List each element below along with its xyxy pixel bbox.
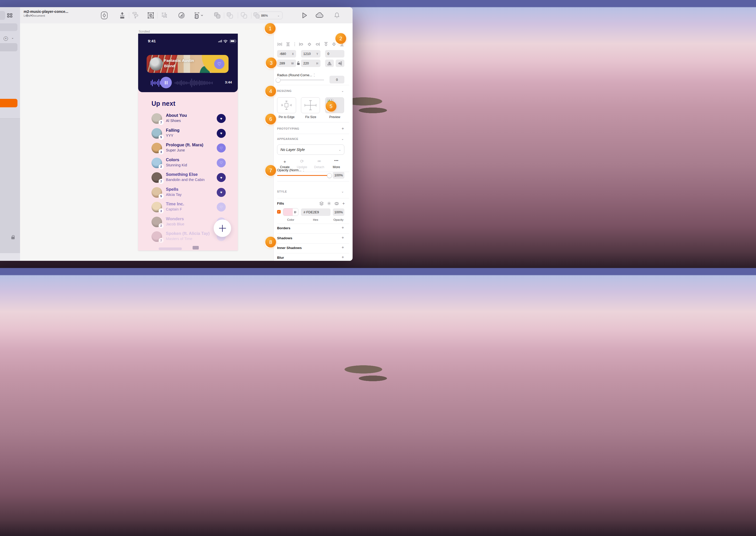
- gear-icon[interactable]: [327, 202, 331, 205]
- mask-icon[interactable]: [176, 7, 187, 23]
- add-inner-shadow-icon[interactable]: +: [341, 246, 345, 250]
- lock-icon[interactable]: [11, 237, 15, 239]
- like-button[interactable]: ♡: [217, 203, 226, 212]
- zoom-select[interactable]: 86% ⌄: [258, 12, 283, 19]
- like-button[interactable]: ♥: [217, 188, 226, 197]
- opacity-value-field[interactable]: 100%: [333, 172, 344, 179]
- y-position-field[interactable]: 1210Y: [301, 50, 321, 57]
- flip-horizontal-button[interactable]: [325, 59, 334, 67]
- pin-to-edge-option[interactable]: [277, 97, 296, 113]
- boolean-union-icon[interactable]: [212, 7, 223, 23]
- align-center-horizontal-icon[interactable]: [307, 42, 312, 46]
- list-item[interactable]: 2 Colors Stunning Kid ♡: [138, 155, 238, 170]
- x-position-field[interactable]: -680X: [277, 50, 296, 57]
- chevron-down-icon[interactable]: ⌄: [341, 89, 344, 93]
- up-next-heading: Up next: [152, 100, 175, 107]
- annotation-badge-1: 1: [265, 23, 276, 34]
- add-blur-icon[interactable]: +: [341, 255, 345, 259]
- layers-icon[interactable]: [320, 202, 324, 205]
- opacity-slider[interactable]: [277, 175, 330, 176]
- add-page-icon[interactable]: +: [4, 36, 8, 41]
- like-button[interactable]: ♡: [217, 144, 226, 152]
- fill-hex-value: # FDE2E9: [303, 210, 319, 214]
- sidebar-search-pill[interactable]: [0, 23, 17, 31]
- selected-layer-item[interactable]: [0, 99, 17, 107]
- distribute-horizontally-icon[interactable]: [278, 42, 282, 46]
- radius-label-row[interactable]: Radius (Round Corne... ⌃⌄: [277, 73, 315, 77]
- chevron-down-icon[interactable]: ⌄: [341, 190, 344, 193]
- resizing-header[interactable]: RESIZING: [277, 89, 292, 92]
- lock-ratio-icon[interactable]: [297, 61, 300, 66]
- rotation-field[interactable]: 0: [325, 50, 344, 57]
- style-header[interactable]: STYLE: [277, 190, 287, 193]
- add-track-fab[interactable]: [214, 219, 231, 237]
- boolean-subtract-icon[interactable]: [225, 7, 235, 23]
- artboard-title[interactable]: Scrolled: [139, 30, 150, 33]
- radius-slider-knob[interactable]: [276, 78, 281, 83]
- like-button[interactable]: ♥: [217, 129, 226, 138]
- divider: [277, 85, 349, 85]
- layer-style-dropdown[interactable]: No Layer Style ⌄: [277, 145, 344, 155]
- now-playing-card[interactable]: Fantastic Austin Blond ♡: [147, 55, 228, 73]
- import-icon[interactable]: [117, 7, 127, 23]
- boolean-intersect-icon[interactable]: [239, 7, 249, 23]
- preview-play-button[interactable]: [299, 7, 310, 23]
- cloud-sync-icon[interactable]: [314, 7, 325, 23]
- chevron-down-icon[interactable]: ⌄: [341, 137, 344, 141]
- list-item[interactable]: 5 Spells Alicia Tay ♥: [138, 185, 238, 200]
- create-style-button[interactable]: ＋ Create: [277, 159, 292, 169]
- add-fill-icon[interactable]: +: [342, 202, 345, 205]
- opacity-slider-knob[interactable]: [327, 173, 332, 178]
- divider: [277, 243, 349, 244]
- list-item[interactable]: 7 Something Else Bandolin and the Cabin …: [138, 170, 238, 185]
- component-symbol-icon[interactable]: [99, 7, 109, 23]
- fill-hex-field[interactable]: # FDE2E9: [301, 209, 330, 216]
- align-left-icon[interactable]: [299, 42, 303, 46]
- pause-button[interactable]: [160, 77, 172, 88]
- fill-enabled-checkbox[interactable]: ✓: [277, 210, 281, 214]
- distribute-vertically-icon[interactable]: [286, 42, 290, 46]
- stepper-icon[interactable]: ⌃⌄: [303, 169, 305, 172]
- list-item[interactable]: 3 Time Inc. Captain F ♡: [138, 200, 238, 215]
- notifications-bell-icon[interactable]: [332, 7, 342, 23]
- list-item[interactable]: 7 About You Al Shoes ♥: [138, 111, 238, 126]
- ungroup-icon[interactable]: [159, 7, 169, 23]
- radius-value-field[interactable]: 0: [329, 76, 344, 84]
- blend-mode-icon[interactable]: [335, 202, 339, 205]
- list-item[interactable]: 5 Falling YYY ♥: [138, 126, 238, 141]
- like-button[interactable]: ♥: [217, 114, 226, 123]
- opacity-label-row[interactable]: Opacity (Norm... ⌃⌄: [277, 168, 304, 172]
- more-styles-button[interactable]: ••• More: [329, 159, 344, 169]
- x-value: -680: [279, 52, 286, 56]
- artboard-scrolled[interactable]: 9:41 Fantastic Austin Blond ♡: [138, 34, 238, 251]
- fill-opacity-field[interactable]: 100%: [333, 209, 344, 216]
- fill-color-swatch[interactable]: [283, 208, 298, 216]
- list-item[interactable]: 3 Prologue (ft. Mara) Super June ♡: [138, 141, 238, 155]
- add-prototype-icon[interactable]: +: [341, 126, 345, 131]
- chevron-down-icon[interactable]: ⌄: [11, 36, 14, 40]
- radius-slider[interactable]: [277, 80, 324, 80]
- appearance-header[interactable]: APPEARANCE: [277, 137, 298, 140]
- fix-size-option[interactable]: [301, 97, 320, 113]
- group-icon[interactable]: [146, 7, 156, 23]
- page-list-item[interactable]: [0, 43, 17, 51]
- width-field[interactable]: 289W: [277, 59, 296, 67]
- like-button[interactable]: ♥: [217, 173, 226, 182]
- align-top-icon[interactable]: [324, 42, 328, 46]
- document-title-block[interactable]: m2-music-player-conce... Local Document: [24, 10, 68, 17]
- sidebar-tab-pill[interactable]: [0, 11, 5, 20]
- add-shadow-icon[interactable]: +: [341, 236, 345, 240]
- align-right-icon[interactable]: [316, 42, 320, 46]
- opacity-value: 100%: [334, 173, 343, 177]
- tidy-icon[interactable]: [130, 7, 140, 23]
- flip-vertical-button[interactable]: [336, 59, 344, 67]
- height-field[interactable]: 220H: [301, 59, 321, 67]
- favorite-button[interactable]: ♡: [214, 59, 224, 69]
- like-button[interactable]: ♡: [217, 158, 226, 167]
- align-middle-vertical-icon[interactable]: [332, 42, 336, 46]
- stepper-icon[interactable]: ⌃⌄: [314, 74, 315, 77]
- components-grid-icon[interactable]: [7, 13, 12, 17]
- scale-icon[interactable]: [192, 7, 205, 23]
- add-border-icon[interactable]: +: [341, 226, 345, 230]
- prototyping-header[interactable]: PROTOTYPING: [277, 127, 299, 130]
